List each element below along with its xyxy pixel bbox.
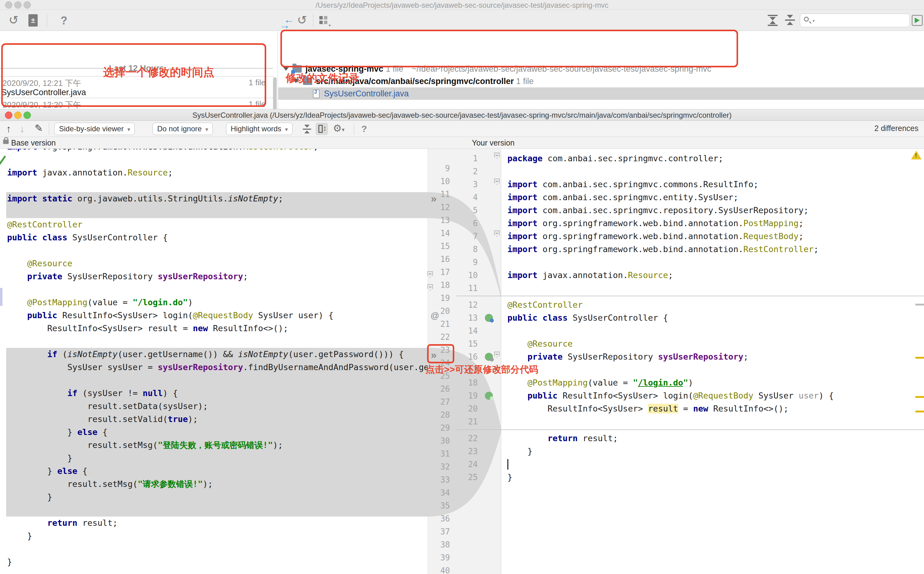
your-version-code[interactable]: package com.anbai.sec.springmvc.controll… [501, 149, 924, 574]
code-line[interactable]: } [501, 445, 924, 458]
code-line[interactable]: } else { [6, 465, 428, 478]
help-icon[interactable]: ? [361, 124, 367, 134]
previous-difference-icon[interactable]: ↑ [6, 124, 11, 134]
minimize-window-icon[interactable] [14, 112, 22, 119]
minimize-window-icon[interactable] [14, 1, 22, 9]
show-panel-icon[interactable] [911, 15, 923, 26]
code-line[interactable]: public ResultInfo<SysUser> login(@Reques… [6, 309, 428, 322]
code-line[interactable]: result.setMsg("请求参数错误!"); [6, 478, 428, 490]
viewer-mode-dropdown[interactable]: Side-by-side viewer▾ [54, 123, 135, 135]
code-line[interactable]: } else { [6, 426, 428, 439]
code-line[interactable]: package com.anbai.sec.springmvc.controll… [501, 152, 924, 165]
code-line[interactable] [6, 283, 428, 296]
next-difference-icon[interactable]: ↓ [20, 124, 25, 134]
code-line[interactable]: import org.springframework.web.bind.anno… [501, 243, 924, 256]
whitespace-mode-dropdown[interactable]: Do not ignore▾ [153, 123, 213, 135]
code-line[interactable] [501, 256, 924, 269]
help-icon[interactable]: ? [61, 15, 67, 27]
code-line[interactable] [6, 542, 428, 555]
code-line[interactable]: return result; [501, 432, 924, 445]
code-line[interactable]: import javax.annotation.Resource; [501, 269, 924, 282]
code-line[interactable] [501, 324, 924, 337]
code-line[interactable]: if (sysUser != null) { [6, 387, 428, 400]
code-line[interactable] [501, 363, 924, 376]
code-line[interactable] [6, 374, 428, 387]
code-line[interactable]: import org.springframework.web.bind.anno… [501, 217, 924, 230]
code-line[interactable]: @PostMapping(value = "/login.do") [501, 376, 924, 389]
code-line[interactable]: result.setMsg("登陆失败，账号或密码错误!"); [6, 439, 428, 452]
code-line[interactable]: public class SysUserController { [501, 311, 924, 324]
code-line[interactable]: @RestController [6, 218, 428, 231]
revert-icon[interactable]: ↺ [9, 14, 19, 26]
zoom-window-icon[interactable] [24, 112, 31, 119]
inspection-warning-icon[interactable] [911, 151, 921, 159]
apply-change-chevron-icon[interactable]: » [431, 192, 449, 205]
code-line[interactable] [501, 165, 924, 178]
highlight-mode-dropdown[interactable]: Highlight words▾ [226, 123, 293, 135]
vcs-change-marker [0, 155, 6, 170]
stripe-mark[interactable] [915, 304, 924, 306]
stripe-mark[interactable] [915, 396, 924, 398]
zoom-window-icon[interactable] [24, 1, 31, 9]
sync-scrolling-icon[interactable]: ↕ [316, 123, 328, 135]
code-line[interactable]: } [6, 452, 428, 465]
code-line[interactable]: return result; [6, 517, 428, 530]
code-line[interactable]: } [6, 555, 428, 568]
spring-autowired-icon[interactable] [485, 353, 493, 361]
collapse-unchanged-icon[interactable] [302, 125, 312, 134]
code-line[interactable]: import org.springframework.web.bind.anno… [501, 230, 924, 243]
search-input[interactable]: ▾ [800, 14, 910, 27]
code-line[interactable]: import com.anbai.sec.springmvc.repositor… [501, 204, 924, 217]
code-line[interactable] [6, 179, 428, 192]
revert-selection-icon[interactable]: ↺ [297, 14, 307, 26]
code-line[interactable]: result.setData(sysUser); [6, 400, 428, 413]
annotation-marker-icon: @ [430, 311, 439, 321]
spring-bean-class-icon[interactable] [485, 314, 493, 322]
collapse-all-icon[interactable] [784, 15, 795, 26]
code-line[interactable]: import com.anbai.sec.springmvc.entity.Sy… [501, 191, 924, 204]
code-line[interactable]: import static org.javaweb.utils.StringUt… [6, 192, 428, 205]
code-line[interactable]: ResultInfo<SysUser> result = new ResultI… [6, 322, 428, 335]
expand-all-icon[interactable] [767, 15, 778, 26]
code-line[interactable]: import org.springframework.web.bind.anno… [6, 149, 428, 153]
code-line[interactable] [6, 335, 428, 348]
code-line[interactable]: @Resource [6, 257, 428, 270]
base-version-code[interactable]: import org.springframework.web.bind.anno… [6, 149, 428, 574]
edit-icon[interactable]: ✎ [35, 123, 43, 133]
code-line[interactable] [6, 503, 428, 517]
close-window-icon[interactable] [5, 112, 13, 119]
stripe-mark[interactable] [915, 411, 924, 412]
revisions-scrollbar[interactable] [273, 77, 277, 109]
code-line[interactable]: } [501, 471, 924, 484]
code-line[interactable]: SysUser sysUser = sysUserRepository.find… [6, 361, 428, 374]
create-patch-icon[interactable]: ± [28, 14, 38, 27]
code-line[interactable]: @PostMapping(value = "/login.do") [6, 296, 428, 309]
stripe-mark[interactable] [915, 357, 924, 359]
code-line[interactable]: private SysUserRepository sysUserReposit… [501, 350, 924, 363]
code-line[interactable] [501, 415, 924, 428]
tree-row-package[interactable]: src/main/java/com/anbai/sec/springmvc/co… [278, 75, 924, 87]
spring-mapping-icon[interactable] [485, 392, 493, 400]
code-line[interactable]: import com.anbai.sec.springmvc.commons.R… [501, 178, 924, 191]
code-line[interactable]: private SysUserRepository sysUserReposit… [6, 270, 428, 283]
code-line[interactable]: @RestController [501, 298, 924, 311]
code-line[interactable] [6, 153, 428, 166]
code-line[interactable]: if (isNotEmpty(user.getUsername()) && is… [6, 348, 428, 361]
code-line[interactable] [6, 205, 428, 218]
code-line[interactable]: } [6, 490, 428, 503]
close-window-icon[interactable] [5, 1, 13, 9]
code-line[interactable]: public class SysUserController { [6, 231, 428, 244]
group-by-icon[interactable]: ▾ [320, 16, 332, 28]
code-line[interactable] [501, 458, 924, 471]
code-line[interactable]: @Resource [501, 337, 924, 350]
code-line[interactable]: public ResultInfo<SysUser> login(@Reques… [501, 389, 924, 402]
code-line[interactable] [501, 282, 924, 295]
code-line[interactable]: import javax.annotation.Resource; [6, 166, 428, 179]
code-line[interactable]: ResultInfo<SysUser> result = new ResultI… [501, 402, 924, 415]
search-options-caret-icon[interactable]: ▾ [812, 18, 815, 23]
code-line[interactable]: } [6, 530, 428, 542]
code-line[interactable] [6, 244, 428, 257]
settings-gear-icon[interactable]: ⚙▾ [333, 123, 345, 135]
code-line[interactable]: result.setValid(true); [6, 413, 428, 426]
tree-row-file-selected[interactable]: J SysUserController.java [278, 87, 924, 100]
